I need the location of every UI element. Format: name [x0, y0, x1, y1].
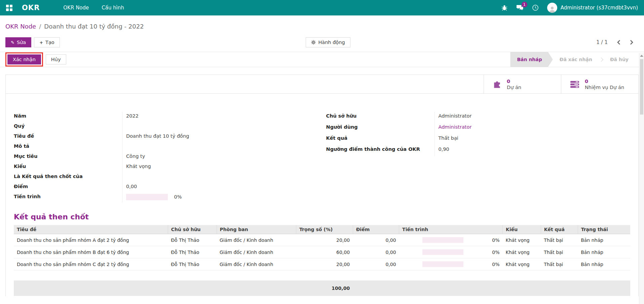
col-state[interactable]: Trạng thái [578, 225, 630, 234]
form-sheet: 0 Dự án 0 Nhiệm vụ Dự án [5, 75, 639, 296]
breadcrumb-separator: / [39, 23, 41, 30]
plus-icon: + [39, 40, 43, 45]
navbar-right: 1 Administrator (s37cmdbt3vvn) [501, 3, 638, 13]
stage-confirmed[interactable]: Đã xác nhận [553, 52, 599, 67]
top-navbar: OKR OKR Node Cấu hình 1 [0, 0, 644, 15]
table-header-row: Tiêu đề Chủ sở hữu Phòng ban Trọng số (%… [14, 225, 630, 234]
apps-grid-icon[interactable] [6, 5, 12, 11]
progress-bar [422, 249, 463, 255]
breadcrumb: OKR Node / Doanh thu đạt 10 tỷ đồng - 20… [5, 19, 639, 33]
field-title: Tiêu đề Doanh thu đạt 10 tỷ đồng [14, 132, 326, 142]
tasks-icon [570, 80, 579, 88]
col-owner[interactable]: Chủ sở hữu [168, 225, 217, 234]
app-brand[interactable]: OKR [22, 4, 40, 12]
message-count-badge: 1 [522, 2, 527, 7]
statusbar: Xác nhận Hủy Bản nháp Đã xác nhận Đã hủy [0, 52, 644, 67]
projects-count: 0 [507, 78, 521, 84]
field-quarter: Quý [14, 122, 326, 132]
control-panel: OKR Node / Doanh thu đạt 10 tỷ đồng - 20… [0, 15, 644, 52]
projects-label: Dự án [507, 84, 521, 90]
stage-chevron-icon [599, 57, 603, 62]
key-results-section-title: Kết quả then chốt [14, 213, 638, 221]
progress-value: 0% [174, 194, 182, 200]
user-link[interactable]: Administrator [434, 123, 639, 134]
pager-previous-icon[interactable] [616, 40, 621, 45]
table-row[interactable]: Doanh thu cho sản phẩm nhóm C đạt 2 tỷ đ… [14, 258, 630, 270]
table-row[interactable]: Doanh thu cho sản phẩm nhóm A đạt 2 tỷ đ… [14, 234, 630, 246]
stat-button-project-tasks[interactable]: 0 Nhiệm vụ Dự án [561, 75, 638, 93]
stage-cancelled[interactable]: Đã hủy [603, 52, 635, 67]
progress-bar [126, 194, 168, 200]
user-menu[interactable]: Administrator (s37cmdbt3vvn) [547, 3, 638, 13]
table-spacer-row [14, 270, 630, 280]
col-department[interactable]: Phòng ban [217, 225, 296, 234]
cancel-button[interactable]: Hủy [46, 54, 66, 64]
nav-menu-okr-node[interactable]: OKR Node [63, 5, 89, 11]
col-type[interactable]: Kiểu [503, 225, 541, 234]
activity-clock-icon[interactable] [532, 4, 539, 11]
stat-button-projects[interactable]: 0 Dự án [484, 75, 561, 93]
field-type: Kiểu Khát vọng [14, 162, 326, 172]
project-tasks-label: Nhiệm vụ Dự án [585, 84, 624, 90]
progress-bar [422, 237, 463, 243]
nav-menu-config[interactable]: Cấu hình [102, 5, 124, 11]
stat-button-box: 0 Dự án 0 Nhiệm vụ Dự án [6, 75, 638, 94]
field-result: Kết quả Thất bại [326, 134, 639, 145]
key-results-table: Tiêu đề Chủ sở hữu Phòng ban Trọng số (%… [14, 225, 630, 296]
table-total-row: 100,00 [14, 280, 630, 296]
col-weight[interactable]: Trọng số (%) [296, 225, 353, 234]
total-weight: 100,00 [296, 280, 353, 296]
form-fields: Năm 2022 Quý Tiêu đề Doanh thu đạt 10 tỷ… [6, 94, 638, 203]
stage-draft[interactable]: Bản nháp [510, 52, 553, 67]
annotation-highlight: Xác nhận [5, 52, 43, 67]
breadcrumb-current: Doanh thu đạt 10 tỷ đồng - 2022 [44, 23, 144, 30]
field-description: Mô tả [14, 142, 326, 152]
breadcrumb-parent-link[interactable]: OKR Node [5, 23, 36, 30]
create-button[interactable]: + Tạo [34, 37, 60, 47]
field-owner: Chủ sở hữu Administrator [326, 112, 639, 123]
field-user: Người dùng Administrator [326, 123, 639, 134]
field-objective: Mục tiêu Công ty [14, 152, 326, 162]
user-name: Administrator (s37cmdbt3vvn) [561, 5, 638, 11]
field-year: Năm 2022 [14, 112, 326, 122]
puzzle-icon [493, 80, 501, 89]
pencil-icon: ✎ [11, 40, 14, 45]
messages-icon[interactable]: 1 [516, 4, 524, 11]
progress-bar [422, 261, 463, 267]
pager: 1 / 1 [596, 39, 639, 45]
col-progress[interactable]: Tiến trình [399, 225, 503, 234]
pager-value: 1 / 1 [596, 39, 608, 45]
pager-next-icon[interactable] [630, 40, 634, 45]
confirm-button[interactable]: Xác nhận [7, 54, 41, 64]
edit-button[interactable]: ✎ Sửa [5, 37, 31, 47]
field-threshold: Ngưỡng điểm thành công của OKR 0,90 [326, 145, 639, 156]
status-stages: Bản nháp Đã xác nhận Đã hủy [510, 52, 635, 67]
col-title[interactable]: Tiêu đề [14, 225, 168, 234]
gear-icon [311, 40, 316, 45]
debug-bug-icon[interactable] [501, 4, 508, 11]
table-row[interactable]: Doanh thu cho sản phẩm nhóm B đạt 6 tỷ đ… [14, 246, 630, 258]
scroll-up-icon[interactable] [640, 55, 643, 57]
col-result[interactable]: Kết quả [541, 225, 578, 234]
action-menu-button[interactable]: Hành động [306, 37, 350, 47]
field-score: Điểm 0,00 [14, 182, 326, 192]
field-progress: Tiến trình 0% [14, 192, 326, 203]
button-row: ✎ Sửa + Tạo [5, 33, 639, 52]
col-score[interactable]: Điểm [353, 225, 399, 234]
scrollbar-thumb[interactable] [640, 59, 643, 115]
field-parent-kr: Là Kết quả then chốt của [14, 172, 326, 182]
avatar [547, 3, 557, 13]
project-tasks-count: 0 [585, 78, 624, 84]
vertical-scrollbar[interactable] [639, 53, 644, 304]
